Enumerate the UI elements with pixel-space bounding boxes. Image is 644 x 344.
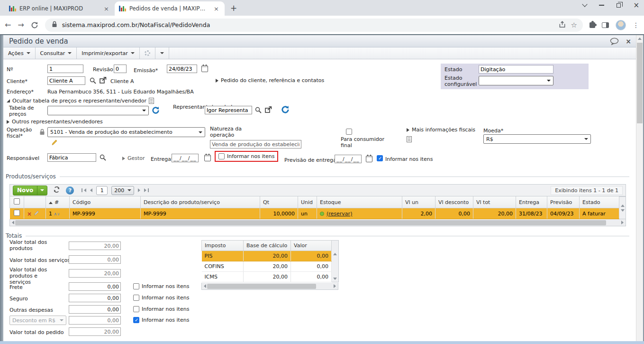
outras-informar-checkbox[interactable] — [133, 306, 139, 312]
frete-informar-checkbox[interactable] — [133, 283, 139, 289]
scroll-thumb[interactable] — [207, 284, 316, 289]
scroll-left-icon[interactable] — [12, 221, 14, 224]
tax-col-imposto[interactable]: Imposto — [202, 241, 244, 251]
desconto-input[interactable] — [69, 316, 121, 325]
previsao-date-input[interactable] — [335, 155, 362, 163]
browser-menu-icon[interactable]: ⋮ — [633, 21, 639, 29]
tax-row-pis[interactable]: PIS20,000,00 — [202, 251, 332, 261]
tax-row-cofins[interactable]: COFINS20,000,00 — [202, 261, 332, 272]
minimize-icon[interactable] — [599, 5, 604, 6]
restore-icon[interactable] — [617, 3, 621, 8]
frete-input[interactable] — [69, 282, 121, 291]
browser-tab-pedidos-venda[interactable]: Pedidos de venda | MAXIPROD × — [115, 1, 225, 16]
back-icon[interactable]: ← — [5, 20, 11, 29]
seguro-input[interactable] — [69, 294, 121, 302]
calendar-icon[interactable] — [201, 65, 208, 72]
col-vl-un[interactable]: Vl un — [402, 196, 435, 208]
col-estado[interactable]: Estado — [580, 196, 619, 208]
pedido-cliente-expander[interactable]: Pedido do cliente, referência e contatos — [216, 77, 324, 84]
revisao-input[interactable] — [114, 65, 127, 73]
novo-button[interactable]: Novo — [13, 186, 47, 195]
outros-representantes-expander[interactable]: Outros representantes/vendedores — [7, 119, 103, 125]
col-vl-desconto[interactable]: Vl desconto — [435, 196, 473, 208]
cliente-input[interactable] — [47, 76, 85, 85]
gestor-expander[interactable]: Gestor — [122, 155, 145, 161]
select-all-checkbox[interactable] — [14, 198, 20, 205]
representante-input[interactable] — [205, 106, 252, 114]
tab-close-icon[interactable]: × — [212, 5, 220, 12]
mais-informacoes-expander[interactable]: Mais informações fiscais — [407, 127, 475, 133]
menu-consultar[interactable]: Consultar — [36, 47, 77, 59]
tax-horizontal-scrollbar[interactable] — [201, 283, 338, 290]
grid-horizontal-scrollbar[interactable] — [9, 219, 626, 226]
refresh-icon[interactable] — [152, 106, 160, 116]
previsao-informar-checkbox[interactable] — [377, 155, 383, 161]
move-down-icon[interactable]: ∨ — [57, 212, 60, 216]
col-unid[interactable]: Unid — [298, 196, 317, 208]
col-descricao[interactable]: Descrição do produto/serviço — [141, 196, 260, 208]
edit-row-icon[interactable] — [34, 210, 39, 216]
product-row[interactable]: × 1 ∧∨ MP-9999 MP-9999 10,0000 un (reser… — [10, 208, 619, 219]
external-link-icon[interactable] — [100, 77, 107, 85]
search-icon[interactable] — [90, 77, 96, 85]
col-vl-tot[interactable]: Vl tot — [473, 196, 516, 208]
entrega-informar-checkbox[interactable] — [218, 153, 225, 159]
tax-col-base[interactable]: Base de cálculo — [244, 241, 291, 251]
valor-prod-serv-input[interactable] — [69, 269, 121, 278]
moeda-select[interactable]: R$ — [483, 134, 591, 144]
page-number-box[interactable]: 1 — [96, 186, 108, 195]
notes-icon[interactable] — [407, 136, 412, 144]
numero-input[interactable] — [47, 65, 83, 73]
close-page-icon[interactable]: × — [626, 37, 631, 45]
seguro-informar-checkbox[interactable] — [133, 295, 139, 301]
pagination-first[interactable] — [82, 188, 86, 192]
menu-settings-dropdown[interactable] — [155, 47, 169, 59]
tax-col-valor[interactable]: Valor — [291, 241, 332, 251]
row-checkbox[interactable] — [14, 210, 20, 216]
ocultar-tabela-expander[interactable]: Ocultar tabela de preços e representante… — [7, 98, 154, 104]
col-estoque[interactable]: Estoque — [317, 196, 402, 208]
external-link-icon[interactable] — [265, 106, 272, 114]
col-qt[interactable]: Qt — [260, 196, 298, 208]
search-icon[interactable] — [100, 154, 106, 162]
scroll-right-icon[interactable] — [334, 284, 336, 288]
refresh-grid-icon[interactable] — [51, 186, 62, 195]
natureza-input[interactable] — [210, 140, 301, 149]
scroll-right-icon[interactable] — [621, 221, 624, 224]
side-panel-icon[interactable] — [602, 22, 609, 28]
col-entrega[interactable]: Entrega — [516, 196, 547, 208]
estado-configuravel-select[interactable] — [479, 76, 553, 85]
emissao-input[interactable] — [167, 65, 197, 73]
scroll-thumb[interactable] — [637, 43, 643, 123]
col-previsao[interactable]: Previsão — [547, 196, 580, 208]
responsavel-input[interactable] — [47, 153, 96, 162]
tabela-precos-select[interactable] — [47, 106, 149, 115]
outras-despesas-input[interactable] — [69, 305, 121, 314]
page-size-select[interactable]: 200 — [111, 186, 134, 195]
valor-produtos-input[interactable] — [69, 242, 121, 250]
tab-search-icon[interactable] — [582, 1, 588, 7]
forward-icon[interactable]: → — [18, 20, 24, 29]
entrega-date-input[interactable] — [172, 154, 199, 162]
pagination-next[interactable] — [138, 188, 140, 192]
scroll-thumb[interactable] — [15, 220, 606, 225]
profile-avatar[interactable] — [616, 20, 626, 30]
browser-tab-erp-online[interactable]: ERP online | MAXIPROD × — [5, 1, 115, 16]
new-tab-button[interactable]: + — [225, 3, 243, 16]
pagination-prev[interactable] — [90, 188, 92, 192]
tax-vertical-scrollbar[interactable] — [332, 240, 339, 282]
valor-servicos-input[interactable] — [69, 255, 121, 264]
delete-row-icon[interactable]: × — [27, 211, 32, 217]
desconto-select[interactable]: Desconto em R$ — [9, 316, 66, 325]
tax-row-icms[interactable]: ICMS20,000,00 — [202, 272, 332, 282]
menu-settings[interactable] — [140, 47, 155, 59]
share-icon[interactable] — [559, 21, 566, 29]
menu-acoes[interactable]: Ações — [3, 47, 36, 59]
calendar-icon[interactable] — [204, 155, 211, 161]
menu-imprimir-exportar[interactable]: Imprimir/exportar — [77, 47, 139, 59]
close-window-icon[interactable]: × — [633, 3, 639, 8]
search-icon[interactable] — [255, 107, 262, 115]
reservar-link[interactable]: (reservar) — [327, 211, 352, 217]
calendar-icon[interactable] — [366, 156, 372, 162]
desconto-informar-checkbox[interactable] — [133, 317, 139, 323]
